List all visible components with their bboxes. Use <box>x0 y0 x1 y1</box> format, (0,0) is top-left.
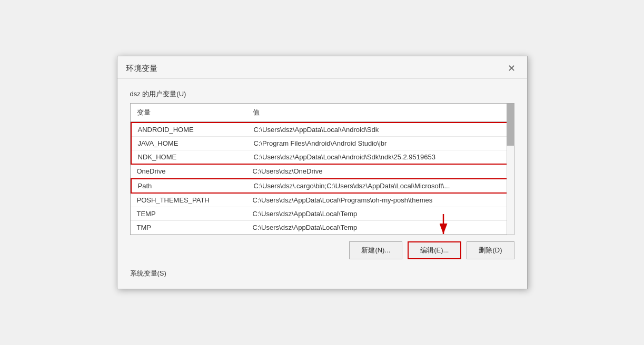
table-row[interactable]: NDK_HOME C:\Users\dsz\AppData\Local\Andr… <box>132 150 513 164</box>
val-cell: C:\Users\dsz\AppData\Local\Temp <box>246 221 514 234</box>
dialog-title: 环境变量 <box>126 64 157 74</box>
title-bar: 环境变量 ✕ <box>117 56 527 79</box>
table-row-path[interactable]: Path C:\Users\dsz\.cargo\bin;C:\Users\ds… <box>131 178 514 194</box>
var-cell: JAVA_HOME <box>132 137 247 150</box>
user-vars-label: dsz 的用户变量(U) <box>130 89 514 99</box>
val-cell: C:\Users\dsz\AppData\Local\Android\Sdk\n… <box>247 150 513 164</box>
val-cell: C:\Users\dsz\AppData\Local\Temp <box>246 207 514 220</box>
val-cell: C:\Users\dsz\AppData\Local\Android\Sdk <box>247 123 513 136</box>
buttons-row: 新建(N)... 编辑(E)... 删除(D) <box>130 241 514 259</box>
var-cell: TEMP <box>131 207 246 220</box>
val-cell: C:\Program Files\Android\Android Studio\… <box>247 137 513 150</box>
var-cell: ANDROID_HOME <box>132 123 247 136</box>
val-cell: C:\Users\dsz\OneDrive <box>246 165 514 178</box>
close-button[interactable]: ✕ <box>504 63 519 74</box>
new-button[interactable]: 新建(N)... <box>349 241 402 259</box>
table-row[interactable]: OneDrive C:\Users\dsz\OneDrive <box>131 165 514 178</box>
table-row[interactable]: ANDROID_HOME C:\Users\dsz\AppData\Local\… <box>132 123 513 137</box>
dialog-body: dsz 的用户变量(U) 变量 值 ANDROID_HOME C:\Users\… <box>117 79 527 289</box>
table-row[interactable]: POSH_THEMES_PATH C:\Users\dsz\AppData\Lo… <box>131 194 514 207</box>
var-cell: OneDrive <box>131 165 246 178</box>
header-var: 变量 <box>131 106 246 119</box>
var-cell: TMP <box>131 221 246 234</box>
header-val: 值 <box>246 106 514 119</box>
edit-button[interactable]: 编辑(E)... <box>408 241 461 259</box>
var-cell-path: Path <box>132 179 247 192</box>
table-row[interactable]: JAVA_HOME C:\Program Files\Android\Andro… <box>132 137 513 150</box>
val-cell: C:\Users\dsz\AppData\Local\Programs\oh-m… <box>246 194 514 207</box>
table-header: 变量 值 <box>131 104 514 122</box>
var-cell: NDK_HOME <box>132 150 247 164</box>
delete-button[interactable]: 删除(D) <box>467 241 514 259</box>
scrollbar[interactable] <box>507 104 514 235</box>
var-cell: POSH_THEMES_PATH <box>131 194 246 207</box>
environment-variables-dialog: 环境变量 ✕ dsz 的用户变量(U) 变量 值 ANDROID_HOME C:… <box>117 56 528 289</box>
system-vars-label: 系统变量(S) <box>130 269 514 278</box>
scrollbar-thumb[interactable] <box>507 104 514 146</box>
highlighted-group: ANDROID_HOME C:\Users\dsz\AppData\Local\… <box>131 122 514 165</box>
arrow-indicator <box>433 214 464 240</box>
val-cell-path: C:\Users\dsz\.cargo\bin;C:\Users\dsz\App… <box>247 179 513 192</box>
